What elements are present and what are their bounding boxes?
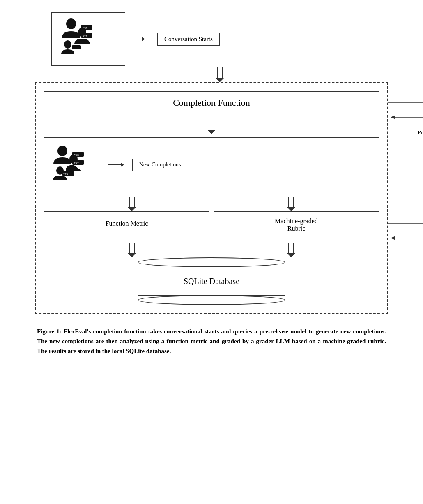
- prerelease-item: Pre-release Model: [405, 86, 423, 138]
- sqlite-cylinder: SQLite Database: [138, 257, 285, 305]
- svg-marker-35: [287, 253, 295, 257]
- svg-text:xxx: xxx: [63, 172, 68, 176]
- figure-label: Figure 1:: [37, 328, 62, 335]
- metrics-row: Function Metric Machine-gradedRubric: [44, 211, 379, 238]
- svg-point-15: [57, 146, 67, 156]
- svg-marker-69: [391, 236, 395, 240]
- arrow-to-prerelease: [388, 99, 423, 107]
- function-metric-box: Function Metric: [44, 211, 209, 238]
- arrow-down-1: [51, 67, 388, 82]
- grader-llm-icon: [417, 212, 423, 253]
- diagram-main: xxx xxx ... Conversation Starts: [35, 12, 388, 314]
- arrows-to-metrics: [44, 197, 379, 211]
- figure-caption: Figure 1: FlexEval's completion function…: [37, 326, 386, 356]
- svg-marker-32: [128, 253, 136, 257]
- dashed-outer-container: Completion Function xxx: [35, 82, 388, 314]
- svg-marker-29: [287, 207, 295, 211]
- svg-text:xxx: xxx: [74, 161, 79, 165]
- arrow-from-grader: [388, 234, 423, 242]
- svg-marker-65: [391, 115, 395, 119]
- people-icon-group-top: xxx xxx ...: [60, 16, 117, 62]
- svg-text:xxx: xxx: [83, 34, 87, 38]
- conversation-starts-row: xxx xxx ... Conversation Starts: [51, 12, 388, 66]
- cylinder-body: SQLite Database: [138, 267, 285, 296]
- conversation-starts-box: xxx xxx ...: [51, 12, 125, 66]
- machine-graded-box: Machine-gradedRubric: [214, 211, 379, 238]
- cylinder-bottom: [138, 295, 285, 305]
- sqlite-area: SQLite Database: [44, 257, 379, 305]
- svg-point-6: [64, 40, 71, 49]
- conversation-starts-label: Conversation Starts: [157, 33, 220, 46]
- completion-function-box: Completion Function: [44, 91, 379, 114]
- prerelease-label: Pre-release Model: [412, 127, 423, 138]
- conv-arrow: [125, 37, 145, 41]
- svg-marker-11: [216, 78, 224, 82]
- new-completions-box: xxx xxx xxx New Completions: [44, 137, 379, 192]
- caption-text: Figure 1: FlexEval's completion function…: [37, 326, 386, 356]
- svg-text:...: ...: [73, 46, 75, 50]
- svg-marker-26: [128, 207, 136, 211]
- people-icon-group-middle: xxx xxx xxx: [51, 144, 104, 185]
- new-completions-label: New Completions: [132, 159, 188, 171]
- svg-marker-14: [207, 130, 216, 134]
- arrows-to-sqlite: [44, 243, 379, 257]
- caption-body: FlexEval's completion function takes con…: [37, 328, 386, 354]
- svg-point-0: [66, 18, 76, 29]
- grader-llm-label: Grader LLM: [418, 257, 423, 268]
- arrow-down-2: [44, 118, 379, 135]
- cylinder-top: [138, 257, 285, 267]
- arrow-from-prerelease: [388, 113, 423, 121]
- dashed-outer-box: Completion Function xxx: [35, 82, 388, 314]
- arrow-to-grader: [388, 220, 423, 228]
